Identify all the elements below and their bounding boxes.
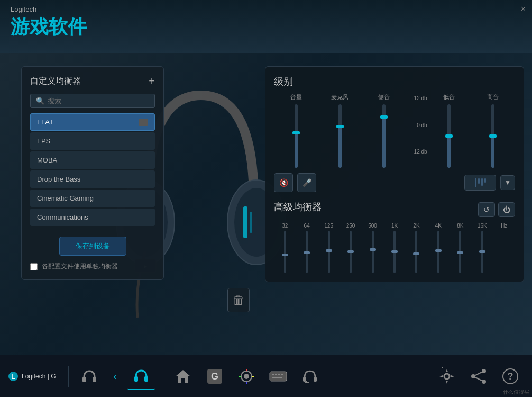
eq-slider-500[interactable] — [372, 231, 374, 273]
taskbar-g-key[interactable]: G — [201, 363, 228, 390]
eq-reset-button[interactable]: ↺ — [478, 202, 495, 217]
taskbar-keyboard[interactable] — [264, 363, 292, 390]
expand-button[interactable]: ▼ — [500, 175, 515, 190]
chip-icon — [139, 119, 148, 126]
mic-label: 麦克风 — [331, 93, 348, 101]
eq-slider-250[interactable] — [350, 231, 352, 273]
checkbox-row: 各配置文件使用单独均衡器 — [30, 262, 155, 271]
db-labels: +12 db 0 db -12 db — [406, 93, 427, 157]
taskbar-logo: L Logitech | G — [8, 371, 56, 382]
add-preset-button[interactable]: + — [149, 75, 155, 87]
eq-col-16k: 16K — [471, 223, 493, 273]
volume-slider-track[interactable] — [295, 104, 298, 168]
brand-name: Logitech — [11, 5, 87, 13]
svg-rect-26 — [278, 374, 280, 375]
main-headset-icon — [132, 366, 151, 385]
taskbar-lighting[interactable] — [233, 363, 260, 390]
audio-control-icon — [300, 367, 319, 386]
svg-rect-13 — [144, 376, 148, 382]
bass-column: 低音 — [427, 93, 471, 168]
svg-point-18 — [244, 374, 249, 379]
eq-slider-16k[interactable] — [481, 231, 483, 273]
taskbar-headset-icon2[interactable] — [296, 363, 324, 390]
preset-item-comms[interactable]: Communications — [30, 209, 155, 226]
treble-column: 高音 — [471, 93, 515, 168]
per-profile-checkbox[interactable] — [30, 263, 38, 270]
svg-rect-10 — [82, 377, 86, 382]
svg-rect-29 — [303, 377, 306, 382]
levels-section: 级别 音量 麦克风 — [274, 75, 515, 192]
svg-point-34 — [482, 369, 486, 373]
close-button[interactable]: × — [521, 4, 526, 14]
advanced-eq-title: 高级均衡器 — [274, 201, 322, 213]
logitech-logo-icon: L — [8, 371, 19, 382]
svg-rect-28 — [272, 377, 282, 378]
eq-col-hz: Hz — [493, 223, 515, 273]
taskbar-brand-label: Logitech | G — [22, 373, 56, 380]
eq-slider-32[interactable] — [284, 231, 286, 273]
mic-mute-button[interactable]: 🎤 — [297, 173, 316, 192]
preset-item-drop-bass[interactable]: Drop the Bass — [30, 170, 155, 188]
volume-label: 音量 — [290, 93, 302, 101]
taskbar-share[interactable] — [465, 363, 492, 390]
search-input[interactable] — [48, 97, 149, 105]
help-icon: ? — [501, 367, 520, 386]
svg-text:G: G — [210, 371, 218, 382]
taskbar-headset-small[interactable] — [76, 363, 103, 390]
eq-slider-1k[interactable] — [393, 231, 396, 273]
eq-slider-125[interactable] — [328, 231, 330, 273]
mute-button[interactable]: 🔇 — [274, 173, 293, 192]
sidetone-column: 侧音 — [362, 93, 406, 168]
app-title: 游戏软件 — [11, 14, 87, 40]
preset-list: FLAT FPS MOBA Drop the Bass Cinematic Ga… — [30, 113, 155, 226]
trash-icon[interactable]: 🗑 — [227, 288, 250, 312]
levels-title: 级别 — [274, 75, 515, 88]
advanced-eq: 高级均衡器 ↺ ⏻ 32 64 — [274, 201, 515, 273]
svg-line-38 — [475, 377, 482, 381]
eq-col-32: 32 — [274, 223, 296, 273]
taskbar-settings[interactable] — [433, 363, 461, 390]
g-key-icon: G — [205, 367, 224, 386]
small-headset-icon — [80, 367, 99, 386]
preset-item-flat[interactable]: FLAT — [30, 113, 155, 131]
svg-rect-14 — [181, 378, 185, 383]
per-profile-label: 各配置文件使用单独均衡器 — [42, 262, 118, 271]
settings-gear-icon — [437, 367, 456, 386]
eq-col-8k: 8K — [450, 223, 471, 273]
sidetone-slider-track[interactable] — [382, 104, 386, 168]
treble-slider-track[interactable] — [491, 104, 494, 168]
mic-column: 麦克风 — [318, 93, 362, 168]
svg-rect-11 — [93, 377, 96, 382]
eq-col-2k: 2K — [406, 223, 427, 273]
back-arrow[interactable]: ‹ — [107, 363, 123, 390]
right-panel: 级别 音量 麦克风 — [265, 66, 524, 282]
eq-slider-4k[interactable] — [437, 231, 439, 273]
preset-item-fps[interactable]: FPS — [30, 132, 155, 150]
taskbar-help[interactable]: ? — [497, 363, 524, 390]
taskbar-divider-1 — [68, 366, 69, 387]
eq-slider-64[interactable] — [306, 231, 308, 273]
svg-rect-25 — [275, 374, 277, 375]
taskbar-divider-2 — [162, 366, 162, 387]
eq-slider-8k[interactable] — [459, 231, 461, 273]
mic-slider-track[interactable] — [338, 104, 342, 168]
eq-slider-2k[interactable] — [415, 231, 417, 273]
eq-power-button[interactable]: ⏻ — [498, 202, 515, 217]
search-box[interactable]: 🔍 — [30, 94, 155, 108]
svg-rect-23 — [270, 372, 287, 381]
taskbar-headset-main[interactable] — [127, 363, 155, 390]
eq-col-250: 250 — [340, 223, 361, 273]
bass-slider-track[interactable] — [447, 104, 451, 168]
grid-view-button[interactable] — [464, 175, 496, 191]
taskbar: L Logitech | G ‹ G — [0, 355, 532, 397]
save-to-device-button[interactable]: 保存到设备 — [59, 237, 126, 256]
svg-rect-5 — [250, 212, 252, 233]
left-panel: 自定义均衡器 + 🔍 FLAT FPS MOBA Drop the Bass C… — [21, 66, 164, 280]
taskbar-home[interactable] — [169, 363, 197, 390]
svg-rect-27 — [281, 374, 283, 375]
preset-item-moba[interactable]: MOBA — [30, 151, 155, 169]
preset-item-cinematic[interactable]: Cinematic Gaming — [30, 190, 155, 207]
eq-col-500: 500 — [362, 223, 383, 273]
svg-line-37 — [475, 372, 482, 375]
keyboard-icon — [269, 367, 288, 386]
